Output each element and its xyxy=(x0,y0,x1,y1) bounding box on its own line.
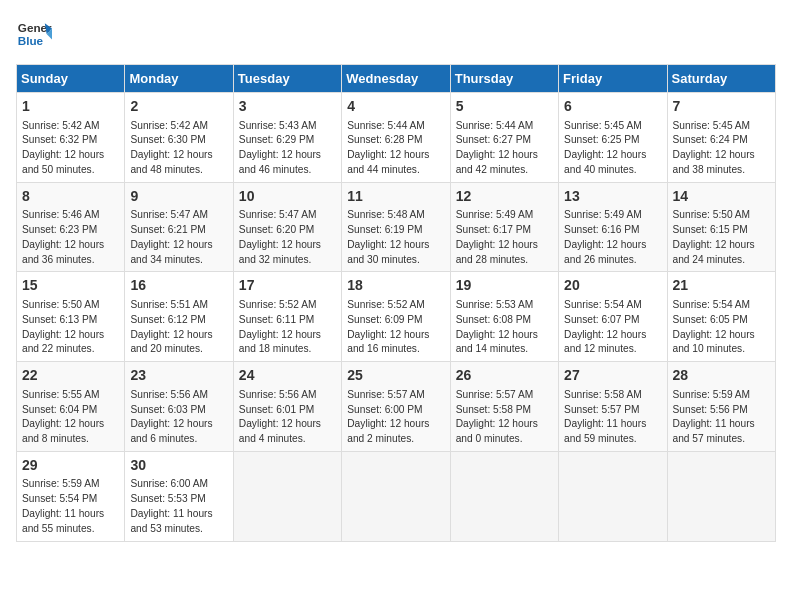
column-header-monday: Monday xyxy=(125,65,233,93)
calendar-week-3: 15Sunrise: 5:50 AM Sunset: 6:13 PM Dayli… xyxy=(17,272,776,362)
calendar-cell: 11Sunrise: 5:48 AM Sunset: 6:19 PM Dayli… xyxy=(342,182,450,272)
day-info: Sunrise: 5:46 AM Sunset: 6:23 PM Dayligh… xyxy=(22,208,119,267)
day-info: Sunrise: 5:56 AM Sunset: 6:01 PM Dayligh… xyxy=(239,388,336,447)
day-number: 27 xyxy=(564,366,661,386)
day-info: Sunrise: 5:49 AM Sunset: 6:16 PM Dayligh… xyxy=(564,208,661,267)
day-number: 6 xyxy=(564,97,661,117)
calendar-cell: 6Sunrise: 5:45 AM Sunset: 6:25 PM Daylig… xyxy=(559,93,667,183)
day-info: Sunrise: 5:50 AM Sunset: 6:13 PM Dayligh… xyxy=(22,298,119,357)
day-info: Sunrise: 5:50 AM Sunset: 6:15 PM Dayligh… xyxy=(673,208,770,267)
day-number: 4 xyxy=(347,97,444,117)
header: General Blue xyxy=(16,16,776,52)
calendar-cell: 8Sunrise: 5:46 AM Sunset: 6:23 PM Daylig… xyxy=(17,182,125,272)
column-headers: SundayMondayTuesdayWednesdayThursdayFrid… xyxy=(17,65,776,93)
calendar-cell: 12Sunrise: 5:49 AM Sunset: 6:17 PM Dayli… xyxy=(450,182,558,272)
svg-text:Blue: Blue xyxy=(18,34,44,47)
calendar-cell: 2Sunrise: 5:42 AM Sunset: 6:30 PM Daylig… xyxy=(125,93,233,183)
day-info: Sunrise: 5:49 AM Sunset: 6:17 PM Dayligh… xyxy=(456,208,553,267)
calendar-cell: 17Sunrise: 5:52 AM Sunset: 6:11 PM Dayli… xyxy=(233,272,341,362)
calendar-cell: 25Sunrise: 5:57 AM Sunset: 6:00 PM Dayli… xyxy=(342,362,450,452)
day-number: 23 xyxy=(130,366,227,386)
calendar-week-5: 29Sunrise: 5:59 AM Sunset: 5:54 PM Dayli… xyxy=(17,451,776,541)
day-number: 1 xyxy=(22,97,119,117)
day-number: 26 xyxy=(456,366,553,386)
day-info: Sunrise: 5:48 AM Sunset: 6:19 PM Dayligh… xyxy=(347,208,444,267)
calendar-cell: 10Sunrise: 5:47 AM Sunset: 6:20 PM Dayli… xyxy=(233,182,341,272)
day-number: 8 xyxy=(22,187,119,207)
calendar-cell: 9Sunrise: 5:47 AM Sunset: 6:21 PM Daylig… xyxy=(125,182,233,272)
calendar-cell: 27Sunrise: 5:58 AM Sunset: 5:57 PM Dayli… xyxy=(559,362,667,452)
calendar-table: SundayMondayTuesdayWednesdayThursdayFrid… xyxy=(16,64,776,542)
day-info: Sunrise: 5:44 AM Sunset: 6:28 PM Dayligh… xyxy=(347,119,444,178)
day-info: Sunrise: 5:56 AM Sunset: 6:03 PM Dayligh… xyxy=(130,388,227,447)
day-number: 25 xyxy=(347,366,444,386)
calendar-cell: 30Sunrise: 6:00 AM Sunset: 5:53 PM Dayli… xyxy=(125,451,233,541)
day-number: 3 xyxy=(239,97,336,117)
calendar-cell: 21Sunrise: 5:54 AM Sunset: 6:05 PM Dayli… xyxy=(667,272,775,362)
calendar-week-2: 8Sunrise: 5:46 AM Sunset: 6:23 PM Daylig… xyxy=(17,182,776,272)
calendar-week-1: 1Sunrise: 5:42 AM Sunset: 6:32 PM Daylig… xyxy=(17,93,776,183)
calendar-cell: 18Sunrise: 5:52 AM Sunset: 6:09 PM Dayli… xyxy=(342,272,450,362)
logo-icon: General Blue xyxy=(16,16,52,52)
day-info: Sunrise: 5:54 AM Sunset: 6:05 PM Dayligh… xyxy=(673,298,770,357)
day-info: Sunrise: 5:55 AM Sunset: 6:04 PM Dayligh… xyxy=(22,388,119,447)
calendar-body: 1Sunrise: 5:42 AM Sunset: 6:32 PM Daylig… xyxy=(17,93,776,542)
day-number: 24 xyxy=(239,366,336,386)
column-header-thursday: Thursday xyxy=(450,65,558,93)
day-number: 21 xyxy=(673,276,770,296)
day-info: Sunrise: 5:45 AM Sunset: 6:24 PM Dayligh… xyxy=(673,119,770,178)
day-info: Sunrise: 5:59 AM Sunset: 5:56 PM Dayligh… xyxy=(673,388,770,447)
calendar-week-4: 22Sunrise: 5:55 AM Sunset: 6:04 PM Dayli… xyxy=(17,362,776,452)
day-number: 16 xyxy=(130,276,227,296)
day-number: 17 xyxy=(239,276,336,296)
day-number: 18 xyxy=(347,276,444,296)
calendar-cell xyxy=(667,451,775,541)
day-number: 9 xyxy=(130,187,227,207)
calendar-cell xyxy=(342,451,450,541)
day-number: 14 xyxy=(673,187,770,207)
calendar-cell: 26Sunrise: 5:57 AM Sunset: 5:58 PM Dayli… xyxy=(450,362,558,452)
day-number: 5 xyxy=(456,97,553,117)
day-info: Sunrise: 5:42 AM Sunset: 6:32 PM Dayligh… xyxy=(22,119,119,178)
calendar-cell: 24Sunrise: 5:56 AM Sunset: 6:01 PM Dayli… xyxy=(233,362,341,452)
calendar-cell: 28Sunrise: 5:59 AM Sunset: 5:56 PM Dayli… xyxy=(667,362,775,452)
day-info: Sunrise: 5:58 AM Sunset: 5:57 PM Dayligh… xyxy=(564,388,661,447)
day-info: Sunrise: 5:53 AM Sunset: 6:08 PM Dayligh… xyxy=(456,298,553,357)
calendar-cell xyxy=(450,451,558,541)
day-info: Sunrise: 5:51 AM Sunset: 6:12 PM Dayligh… xyxy=(130,298,227,357)
day-info: Sunrise: 5:47 AM Sunset: 6:20 PM Dayligh… xyxy=(239,208,336,267)
calendar-cell: 5Sunrise: 5:44 AM Sunset: 6:27 PM Daylig… xyxy=(450,93,558,183)
day-info: Sunrise: 5:45 AM Sunset: 6:25 PM Dayligh… xyxy=(564,119,661,178)
day-info: Sunrise: 5:59 AM Sunset: 5:54 PM Dayligh… xyxy=(22,477,119,536)
day-info: Sunrise: 5:54 AM Sunset: 6:07 PM Dayligh… xyxy=(564,298,661,357)
calendar-cell: 22Sunrise: 5:55 AM Sunset: 6:04 PM Dayli… xyxy=(17,362,125,452)
day-info: Sunrise: 5:44 AM Sunset: 6:27 PM Dayligh… xyxy=(456,119,553,178)
day-number: 28 xyxy=(673,366,770,386)
day-number: 7 xyxy=(673,97,770,117)
column-header-friday: Friday xyxy=(559,65,667,93)
logo: General Blue xyxy=(16,16,52,52)
day-number: 15 xyxy=(22,276,119,296)
day-number: 2 xyxy=(130,97,227,117)
calendar-cell: 20Sunrise: 5:54 AM Sunset: 6:07 PM Dayli… xyxy=(559,272,667,362)
day-number: 29 xyxy=(22,456,119,476)
day-info: Sunrise: 6:00 AM Sunset: 5:53 PM Dayligh… xyxy=(130,477,227,536)
day-info: Sunrise: 5:43 AM Sunset: 6:29 PM Dayligh… xyxy=(239,119,336,178)
calendar-cell: 1Sunrise: 5:42 AM Sunset: 6:32 PM Daylig… xyxy=(17,93,125,183)
calendar-cell: 3Sunrise: 5:43 AM Sunset: 6:29 PM Daylig… xyxy=(233,93,341,183)
day-number: 13 xyxy=(564,187,661,207)
calendar-cell: 23Sunrise: 5:56 AM Sunset: 6:03 PM Dayli… xyxy=(125,362,233,452)
day-info: Sunrise: 5:52 AM Sunset: 6:09 PM Dayligh… xyxy=(347,298,444,357)
calendar-cell: 16Sunrise: 5:51 AM Sunset: 6:12 PM Dayli… xyxy=(125,272,233,362)
day-info: Sunrise: 5:42 AM Sunset: 6:30 PM Dayligh… xyxy=(130,119,227,178)
day-info: Sunrise: 5:52 AM Sunset: 6:11 PM Dayligh… xyxy=(239,298,336,357)
calendar-cell: 4Sunrise: 5:44 AM Sunset: 6:28 PM Daylig… xyxy=(342,93,450,183)
calendar-cell: 19Sunrise: 5:53 AM Sunset: 6:08 PM Dayli… xyxy=(450,272,558,362)
calendar-cell: 29Sunrise: 5:59 AM Sunset: 5:54 PM Dayli… xyxy=(17,451,125,541)
day-number: 19 xyxy=(456,276,553,296)
day-number: 12 xyxy=(456,187,553,207)
day-number: 30 xyxy=(130,456,227,476)
calendar-cell xyxy=(559,451,667,541)
day-info: Sunrise: 5:57 AM Sunset: 5:58 PM Dayligh… xyxy=(456,388,553,447)
calendar-cell: 14Sunrise: 5:50 AM Sunset: 6:15 PM Dayli… xyxy=(667,182,775,272)
